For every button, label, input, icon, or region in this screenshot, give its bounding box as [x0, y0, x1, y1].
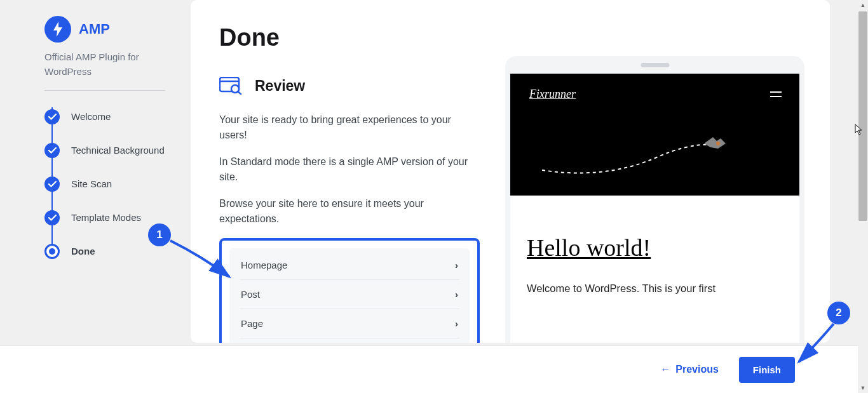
amp-subtitle: Official AMP Plugin for WordPress [44, 50, 165, 91]
hamburger-menu-icon[interactable] [770, 91, 782, 100]
step-label: Welcome [71, 111, 111, 122]
preview-site-header: Fixrunner [510, 74, 799, 196]
page-scrollbar-thumb[interactable] [858, 11, 867, 221]
arrow-left-icon: ← [660, 364, 670, 375]
wizard-footer: ← Previous Finish [0, 345, 868, 393]
step-welcome[interactable]: Welcome [44, 100, 165, 133]
mouse-cursor-icon [855, 124, 864, 138]
chevron-right-icon: › [455, 289, 458, 300]
check-icon [44, 143, 60, 158]
page-scrollbar-track[interactable]: ▲ ▼ [858, 0, 868, 393]
review-text-3: Browse your site here to ensure it meets… [219, 196, 480, 227]
mobile-preview-frame: Fixrunner Hello world! Welcome to WordPr… [505, 56, 804, 343]
browse-item-label: Post [241, 289, 260, 300]
browse-item-page[interactable]: Page › [240, 309, 459, 338]
review-heading: Review [255, 77, 305, 95]
step-template-modes[interactable]: Template Modes [44, 201, 165, 234]
review-text-1: Your site is ready to bring great experi… [219, 112, 480, 143]
page-title: Done [219, 24, 480, 51]
svg-point-4 [716, 142, 720, 145]
preview-content[interactable]: Fixrunner Hello world! Welcome to WordPr… [510, 74, 799, 343]
scroll-down-arrow-icon[interactable]: ▼ [858, 383, 868, 393]
amp-title: AMP [79, 21, 110, 37]
check-icon [44, 210, 60, 225]
wizard-sidebar: AMP Official AMP Plugin for WordPress We… [13, 0, 165, 393]
wizard-steps: Welcome Technical Background Site Scan T… [44, 100, 165, 268]
main-panel: Done Review Your site is ready to bring … [191, 0, 830, 343]
preview-site-name[interactable]: Fixrunner [529, 88, 576, 100]
step-done[interactable]: Done [44, 234, 165, 268]
annotation-bubble-1: 1 [148, 223, 171, 246]
step-technical-background[interactable]: Technical Background [44, 133, 165, 167]
amp-lightning-icon [44, 16, 71, 43]
bird-trail-illustration [542, 132, 733, 183]
step-label: Site Scan [71, 178, 112, 189]
current-step-icon [44, 244, 60, 259]
browse-list: Homepage › Post › Page › Category › [229, 248, 470, 343]
chevron-right-icon: › [455, 318, 458, 329]
annotation-bubble-2: 2 [827, 302, 850, 324]
browse-item-post[interactable]: Post › [240, 280, 459, 309]
browse-item-label: Page [241, 318, 263, 329]
previous-label: Previous [675, 364, 719, 375]
preview-post-excerpt: Welcome to WordPress. This is your first [527, 281, 783, 296]
step-site-scan[interactable]: Site Scan [44, 167, 165, 201]
browse-item-homepage[interactable]: Homepage › [240, 251, 459, 280]
browse-item-category[interactable]: Category › [240, 338, 459, 343]
device-notch [641, 63, 669, 67]
preview-post-body: Hello world! Welcome to WordPress. This … [510, 196, 799, 296]
check-icon [44, 177, 60, 192]
review-column: Done Review Your site is ready to bring … [219, 24, 480, 343]
amp-logo-row: AMP [44, 16, 165, 43]
step-label: Template Modes [71, 212, 141, 223]
previous-button[interactable]: ← Previous [660, 364, 719, 375]
review-text-2: In Standard mode there is a single AMP v… [219, 154, 480, 185]
preview-post-title[interactable]: Hello world! [527, 234, 783, 262]
svg-line-3 [238, 91, 241, 94]
annotation-highlight-box-1: Homepage › Post › Page › Category › [219, 238, 480, 343]
step-label: Technical Background [71, 145, 165, 156]
finish-button[interactable]: Finish [739, 357, 795, 383]
scroll-up-arrow-icon[interactable]: ▲ [858, 0, 868, 10]
review-icon [219, 77, 242, 95]
chevron-right-icon: › [455, 260, 458, 270]
browse-item-label: Homepage [241, 260, 287, 270]
check-icon [44, 109, 60, 124]
step-label: Done [71, 246, 95, 256]
